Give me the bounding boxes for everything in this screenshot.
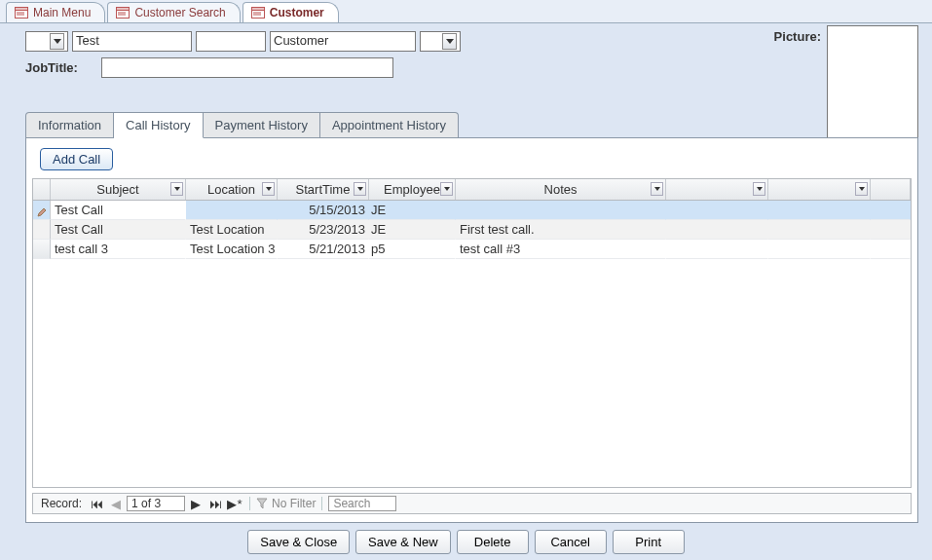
col-subject[interactable]: Subject xyxy=(51,179,186,200)
funnel-icon xyxy=(256,498,268,509)
row-selector[interactable] xyxy=(33,201,51,220)
customer-form: Test Customer JobTitle: Picture: Informa… xyxy=(0,23,932,523)
cell-employee[interactable]: JE xyxy=(369,201,456,220)
col-blank[interactable] xyxy=(768,179,871,200)
filter-text: No Filter xyxy=(272,497,316,510)
cell-location[interactable]: Test Location xyxy=(186,220,278,240)
cell-location[interactable] xyxy=(186,201,278,220)
recnav-label: Record: xyxy=(37,497,86,510)
prefix-combo[interactable] xyxy=(25,31,68,52)
cell-notes[interactable] xyxy=(456,201,666,220)
cell-notes[interactable]: test call #3 xyxy=(456,240,666,259)
cell-blank[interactable] xyxy=(768,220,871,240)
cell-subject[interactable]: Test Call xyxy=(51,220,186,240)
save-close-button[interactable]: Save & Close xyxy=(247,530,350,554)
pencil-icon xyxy=(37,205,47,215)
col-blank[interactable] xyxy=(666,179,768,200)
doc-tab-label: Customer xyxy=(270,6,324,19)
action-bar: Save & Close Save & New Delete Cancel Pr… xyxy=(0,530,932,554)
cell-blank[interactable] xyxy=(871,220,911,240)
save-new-button[interactable]: Save & New xyxy=(355,530,451,554)
chevron-down-icon[interactable] xyxy=(354,182,366,196)
grid-header: Subject Location StartTime Employee Note… xyxy=(33,179,911,201)
col-starttime[interactable]: StartTime xyxy=(278,179,369,200)
cell-employee[interactable]: JE xyxy=(369,220,456,240)
svg-rect-9 xyxy=(251,8,264,11)
cell-notes[interactable]: First test call. xyxy=(456,220,666,240)
picture-label: Picture: xyxy=(774,29,821,44)
cell-starttime[interactable]: 5/21/2013 xyxy=(278,240,369,259)
row-selector[interactable] xyxy=(33,240,51,259)
chevron-down-icon[interactable] xyxy=(753,182,765,196)
form-icon xyxy=(116,7,130,19)
print-button[interactable]: Print xyxy=(613,530,685,554)
nav-new-button[interactable]: ▶* xyxy=(226,496,243,511)
call-history-panel: Add Call Subject Location StartTime Empl… xyxy=(25,137,918,523)
detail-tabs: Information Call History Payment History… xyxy=(25,111,918,523)
doc-tab-main-menu[interactable]: Main Menu xyxy=(6,2,105,22)
cell-blank[interactable] xyxy=(768,201,871,220)
cell-subject[interactable]: test call 3 xyxy=(51,240,186,259)
col-location[interactable]: Location xyxy=(186,179,278,200)
record-position-field[interactable]: 1 of 3 xyxy=(127,496,185,511)
cell-location[interactable]: Test Location 3 xyxy=(186,240,278,259)
suffix-combo[interactable] xyxy=(420,31,461,52)
row-selector[interactable] xyxy=(33,220,51,240)
cell-employee[interactable]: p5 xyxy=(369,240,456,259)
form-icon xyxy=(15,7,28,19)
add-call-button[interactable]: Add Call xyxy=(40,148,113,170)
chevron-down-icon[interactable] xyxy=(440,182,453,196)
document-tabs: Main Menu Customer Search Customer xyxy=(0,0,932,23)
chevron-down-icon[interactable] xyxy=(442,33,457,50)
cell-subject[interactable]: Test Call xyxy=(51,201,186,220)
col-blank[interactable] xyxy=(871,179,911,200)
cell-starttime[interactable]: 5/15/2013 xyxy=(278,201,369,220)
cell-blank[interactable] xyxy=(666,240,768,259)
doc-tab-label: Customer Search xyxy=(134,6,225,19)
table-row[interactable]: test call 3 Test Location 3 5/21/2013 p5… xyxy=(33,240,911,259)
tab-payment-history[interactable]: Payment History xyxy=(204,112,320,138)
cell-blank[interactable] xyxy=(768,240,871,259)
first-name-field[interactable]: Test xyxy=(72,31,192,52)
search-input[interactable]: Search xyxy=(328,496,396,511)
cell-blank[interactable] xyxy=(871,201,911,220)
col-notes[interactable]: Notes xyxy=(456,179,666,200)
filter-toggle[interactable]: No Filter xyxy=(256,497,316,510)
doc-tab-customer-search[interactable]: Customer Search xyxy=(107,2,240,22)
table-row[interactable]: Test Call Test Location 5/23/2013 JE Fir… xyxy=(33,220,911,240)
svg-rect-1 xyxy=(16,8,28,11)
chevron-down-icon[interactable] xyxy=(170,182,183,196)
cancel-button[interactable]: Cancel xyxy=(535,530,607,554)
nav-next-button[interactable]: ▶ xyxy=(187,496,205,511)
chevron-down-icon[interactable] xyxy=(651,182,663,196)
tab-appointment-history[interactable]: Appointment History xyxy=(320,112,459,138)
table-row[interactable]: Test Call 5/15/2013 JE xyxy=(33,201,911,220)
nav-last-button[interactable]: ⏭ xyxy=(206,496,224,511)
col-employee[interactable]: Employee xyxy=(369,179,456,200)
cell-blank[interactable] xyxy=(666,220,768,240)
nav-prev-button[interactable]: ◀ xyxy=(107,496,125,511)
last-name-field[interactable]: Customer xyxy=(270,31,416,52)
doc-tab-customer[interactable]: Customer xyxy=(242,2,339,22)
middle-name-field[interactable] xyxy=(196,31,266,52)
jobtitle-row: JobTitle: xyxy=(25,57,918,78)
cell-blank[interactable] xyxy=(871,240,911,259)
delete-button[interactable]: Delete xyxy=(457,530,529,554)
doc-tab-label: Main Menu xyxy=(33,6,91,19)
svg-rect-5 xyxy=(117,8,130,11)
cell-starttime[interactable]: 5/23/2013 xyxy=(278,220,369,240)
chevron-down-icon[interactable] xyxy=(262,182,275,196)
select-all-rows[interactable] xyxy=(33,179,51,200)
chevron-down-icon[interactable] xyxy=(855,182,868,196)
separator xyxy=(321,497,322,510)
tab-call-history[interactable]: Call History xyxy=(114,112,203,138)
nav-first-button[interactable]: ⏮ xyxy=(88,496,105,511)
call-history-grid: Subject Location StartTime Employee Note… xyxy=(32,178,912,488)
jobtitle-label: JobTitle: xyxy=(25,60,93,75)
record-navigator: Record: ⏮ ◀ 1 of 3 ▶ ⏭ ▶* No Filter Sear… xyxy=(32,493,912,514)
picture-box[interactable] xyxy=(827,25,918,140)
tab-information[interactable]: Information xyxy=(25,112,114,138)
chevron-down-icon[interactable] xyxy=(50,33,64,50)
jobtitle-field[interactable] xyxy=(101,57,393,78)
cell-blank[interactable] xyxy=(666,201,768,220)
